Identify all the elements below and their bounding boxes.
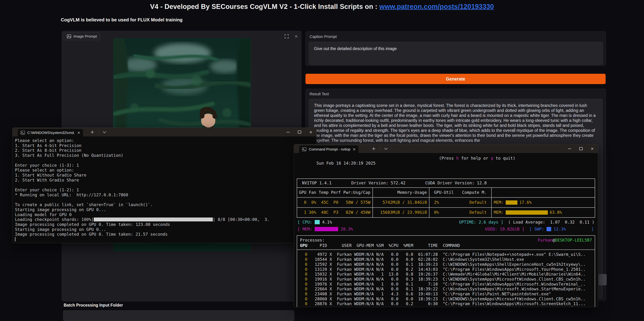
nvitop-tab-close-icon[interactable] <box>353 148 356 151</box>
page-title-text: V4 - Developed By SECourses CogVLM V2 - … <box>150 3 379 10</box>
nvitop-date-row: Sun Feb 16 14:20:19 2025 (Press h for he… <box>297 156 595 176</box>
image-prompt-label-chip: Image Prompt <box>63 32 100 40</box>
gpu-table-header: GPU Fan Temp Perf Pwr:Usg/Cap Memory-Usa… <box>297 188 595 198</box>
new-tab-icon[interactable] <box>91 130 94 134</box>
console-icon <box>21 130 25 135</box>
console-line <box>15 183 316 188</box>
processes-column-header: GPU PID USER GPU-MEM %SM %CPU %MEM TIME … <box>297 243 595 250</box>
console-line: 2. Start As 8-bit Precision <box>15 148 316 153</box>
process-row: 0 19916 X Furkan WDDM:N/A N/A 0.0 0.3 18… <box>300 277 595 282</box>
nvitop-tab[interactable]: Command Prompt - nvitop <box>299 145 358 153</box>
cmd-tab[interactable]: C:\WINDOWS\system32\cmd. <box>18 129 83 136</box>
process-row: 0 15032 X Furkan WDDM:N/A 1 13.8 0.8 19:… <box>300 272 595 277</box>
tab-dropdown-icon[interactable] <box>103 130 106 133</box>
console-line: Enter your choice (1-3): 1 <box>15 163 316 168</box>
caption-prompt-block: Caption Prompt Give out the detailed des… <box>306 31 606 66</box>
mem-bar <box>315 227 338 231</box>
cpu-bar <box>315 220 320 224</box>
console-line <box>15 158 316 163</box>
console-line: 1. Start Without Gradio Share <box>15 173 316 178</box>
process-row: 0 4972 X Furkan WDDM:N/A N/A 0.0 0.0 61:… <box>300 252 595 257</box>
patreon-link[interactable]: www.patreon.com/posts/120193330 <box>379 3 494 10</box>
cmd-minimize-button[interactable] <box>282 128 294 136</box>
process-row: 0 19976 X Furkan WDDM:N/A 1 0.0 0.1 7:18… <box>300 282 595 287</box>
nvitop-close-button[interactable] <box>586 144 598 153</box>
console-line: Please select an option: <box>15 168 316 173</box>
processes-box: Processes: Furkan@DESKTOP-LEEL5B7 GPU PI… <box>297 235 595 307</box>
nvitop-version-row: NVITOP 1.4.1 Driver Version: 572.42 CUDA… <box>297 179 595 188</box>
nvitop-titlebar[interactable]: Command Prompt - nvitop <box>294 144 598 153</box>
image-icon <box>67 34 71 39</box>
progress-bar <box>94 218 213 221</box>
text-cursor <box>15 237 16 241</box>
cpu-meter-row: [ CPU: 4.1% UPTIME: 2.6 days ] ( Load Av… <box>297 220 595 225</box>
clear-image-icon[interactable] <box>293 33 300 40</box>
image-prompt-label: Image Prompt <box>74 34 97 39</box>
process-row: 0 22664 X Furkan WDDM:N/A N/A 0.0 0.1 18… <box>300 287 595 292</box>
console-icon <box>302 147 306 151</box>
gpu-table-row: 0 0% 45C P0 58W / 575W 5742MiB / 31.84Gi… <box>297 198 595 208</box>
nvitop-date: Sun Feb 16 14:20:19 2025 <box>316 161 376 166</box>
fullscreen-icon[interactable] <box>284 33 290 40</box>
cmd-window: C:\WINDOWS\system32\cmd. Please select a… <box>12 127 317 243</box>
process-row: 0 10544 X Furkan WDDM:N/A N/A 0.0 0.0 62… <box>300 257 595 262</box>
console-line: Loading model for GPU 0 <box>15 212 316 217</box>
batch-folder-input[interactable] <box>63 310 294 321</box>
console-line: Starting image processing on GPU 0... <box>15 227 316 232</box>
cmd-tab-close-icon[interactable] <box>77 131 80 134</box>
console-line: * Running on local URL: http://127.0.0.1… <box>15 193 316 198</box>
console-line: Starting image processing on GPU 0... <box>15 207 316 212</box>
console-line: 1. Start As 4-bit Precision <box>15 143 316 148</box>
caption-prompt-label: Caption Prompt <box>310 34 606 39</box>
gpu-table-row: 1 30% 48C P3 82W / 450W 15683MiB / 23.99… <box>297 208 595 217</box>
console-line: 3. Start As Full Precision (No Quantizat… <box>15 153 316 158</box>
mem-meter-row: [ MEM: 20.3% USED: 19.02GiB ] [ SWP: 12.… <box>297 227 595 232</box>
batch-folder-label: Batch Processing Input Folder <box>64 303 123 308</box>
cmd-maximize-button[interactable] <box>294 128 305 136</box>
cmd-titlebar[interactable]: C:\WINDOWS\system32\cmd. <box>12 128 316 136</box>
nvitop-help-hint: (Press h for help or q to quit) <box>439 156 515 161</box>
console-cursor-line <box>15 237 316 242</box>
nvitop-minimize-button[interactable] <box>564 144 575 153</box>
process-row: 0 12592 X Furkan WDDM:N/A N/A 0.0 0.1 18… <box>300 262 595 267</box>
cmd-console[interactable]: Please select an option:1. Start As 4-bi… <box>12 136 316 243</box>
cmd-close-button[interactable] <box>305 128 316 136</box>
generate-button[interactable]: Generate <box>306 74 606 84</box>
console-progress-line: Loading checkpoint shards: 100%|| 8/8 [0… <box>15 217 316 222</box>
caption-prompt-input[interactable]: Give out the detailed description of thi… <box>309 42 603 65</box>
process-row: 0 32968 X Furkan WDDM:N/A N/A 0.0 0.4 18… <box>300 306 595 307</box>
process-row: 0 28060 X Furkan WDDM:N/A N/A 0.0 0.0 18… <box>300 297 595 301</box>
processes-header: Processes: Furkan@DESKTOP-LEEL5B7 <box>297 236 595 243</box>
desktop: V4 - Developed By SECourses CogVLM V2 - … <box>0 0 644 321</box>
nvitop-maximize-button[interactable] <box>575 144 586 153</box>
nvitop-window: Command Prompt - nvitop Sun Feb 16 14:20… <box>294 144 598 307</box>
console-line: Enter your choice (1-2): 1 <box>15 188 316 193</box>
process-row: 0 23408 X Furkan WDDM:N/A 1 4.3 0.6 19:4… <box>300 292 595 297</box>
process-row: 0 28876 X Furkan WDDM:N/A N/A 0.0 0.2 0:… <box>300 301 595 306</box>
console-line: Please select an option: <box>15 138 316 143</box>
swap-bar <box>546 227 551 231</box>
cmd-tab-title: C:\WINDOWS\system32\cmd. <box>28 131 75 135</box>
console-line <box>15 197 316 202</box>
process-row: 0 13120 X Furkan WDDM:N/A N/A 0.0 0.2 14… <box>300 267 595 272</box>
partially-hidden-button[interactable] <box>598 274 607 285</box>
console-line: Image processing completed on GPU 0. Tim… <box>15 222 316 227</box>
console-line: 2. Start With Gradio Share <box>15 178 316 183</box>
console-line: To create a public link, set `share=True… <box>15 202 316 207</box>
result-text-label: Result Text <box>310 92 606 96</box>
new-tab-icon[interactable] <box>372 147 375 150</box>
cogvlm-note: CogVLM is believed to be used for FLUX M… <box>61 17 182 23</box>
tab-dropdown-icon[interactable] <box>384 146 388 150</box>
page-title: V4 - Developed By SECourses CogVLM V2 - … <box>0 3 644 11</box>
nvitop-tab-title: Command Prompt - nvitop <box>309 147 350 151</box>
gpu-status-box: NVITOP 1.4.1 Driver Version: 572.42 CUDA… <box>297 179 595 218</box>
nvitop-console[interactable]: Sun Feb 16 14:20:19 2025 (Press h for he… <box>294 153 598 307</box>
console-line: Image processing completed on GPU 0. Tim… <box>15 232 316 237</box>
